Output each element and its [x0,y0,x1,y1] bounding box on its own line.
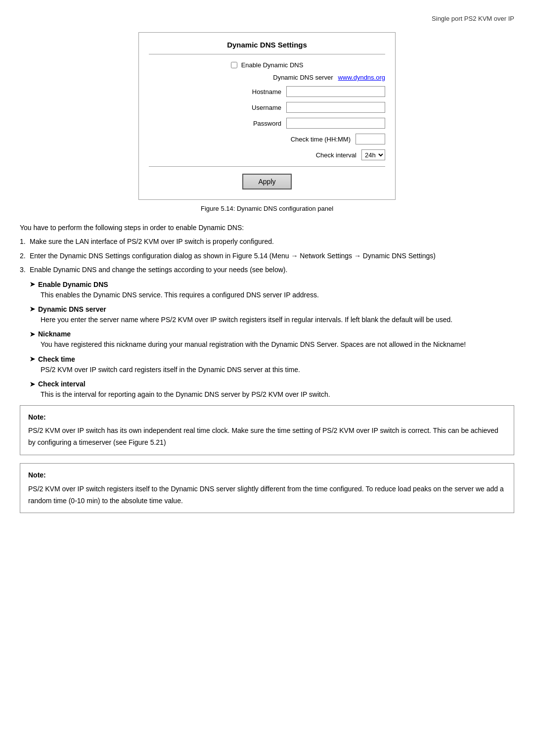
bullet-arrow-icon-5: ➤ [30,380,35,388]
bullet-enable-title: ➤ Enable Dynamic DNS [30,281,514,288]
step-1: 1. Make sure the LAN interface of PS/2 K… [20,236,514,247]
step-1-num: 1. [20,236,30,247]
bullet-nickname-label: Nickname [38,330,71,338]
password-input[interactable] [286,118,385,129]
dns-server-row: Dynamic DNS server www.dyndns.org [149,74,385,81]
bullet-dns-server: ➤ Dynamic DNS server Here you enter the … [30,305,514,325]
panel-title: Dynamic DNS Settings [149,41,385,54]
hostname-input[interactable] [286,86,385,97]
note-2-text: PS/2 KVM over IP switch registers itself… [28,483,506,507]
note-box-1: Note: PS/2 KVM over IP switch has its ow… [20,405,514,455]
bullet-check-time-title: ➤ Check time [30,355,514,363]
bullet-nickname-title: ➤ Nickname [30,330,514,338]
bullet-nickname-desc: You have registered this nickname during… [41,339,514,350]
bullet-arrow-icon-2: ➤ [30,305,35,313]
figure-caption: Figure 5.14: Dynamic DNS configuration p… [20,205,514,212]
bullet-dns-server-label: Dynamic DNS server [38,305,106,313]
step-2-num: 2. [20,250,30,261]
dns-panel: Dynamic DNS Settings Enable Dynamic DNS … [138,32,396,200]
bullet-check-interval-desc: This is the interval for reporting again… [41,389,514,400]
bullet-enable: ➤ Enable Dynamic DNS This enables the Dy… [30,281,514,300]
bullet-nickname: ➤ Nickname You have registered this nick… [30,330,514,350]
hostname-row: Hostname [149,86,385,97]
bullet-check-interval: ➤ Check interval This is the interval fo… [30,380,514,400]
bullet-enable-desc: This enables the Dynamic DNS service. Th… [41,289,514,300]
check-time-row: Check time (HH:MM) [149,134,385,144]
username-label: Username [197,104,281,111]
check-interval-label: Check interval [272,151,356,159]
apply-button[interactable]: Apply [242,174,291,189]
bullet-check-interval-label: Check interval [38,380,86,388]
check-time-label: Check time (HH:MM) [267,136,351,143]
step-3: 3. Enable Dynamic DNS and change the set… [20,264,514,275]
note-box-2: Note: PS/2 KVM over IP switch registers … [20,463,514,513]
step-2-text: Enter the Dynamic DNS Settings configura… [30,250,436,261]
bullet-dns-server-title: ➤ Dynamic DNS server [30,305,514,313]
step-3-num: 3. [20,264,30,275]
note-1-text: PS/2 KVM over IP switch has its own inde… [28,425,506,449]
dns-server-label: Dynamic DNS server [249,74,333,81]
bullet-check-time: ➤ Check time PS/2 KVM over IP switch car… [30,355,514,375]
panel-divider [149,166,385,167]
bullet-list: ➤ Enable Dynamic DNS This enables the Dy… [30,281,514,400]
enable-dns-label: Enable Dynamic DNS [241,61,304,69]
check-interval-select[interactable]: 24h 12h 6h 1h [361,149,385,160]
step-2: 2. Enter the Dynamic DNS Settings config… [20,250,514,261]
hostname-label: Hostname [197,88,281,95]
bullet-check-interval-title: ➤ Check interval [30,380,514,388]
bullet-check-time-desc: PS/2 KVM over IP switch card registers i… [41,364,514,375]
check-time-input[interactable] [356,134,385,144]
username-row: Username [149,102,385,113]
step-1-text: Make sure the LAN interface of PS/2 KVM … [30,236,274,247]
bullet-arrow-icon-3: ➤ [30,331,35,338]
bullet-dns-server-desc: Here you enter the server name where PS/… [41,314,514,325]
bullet-enable-label: Enable Dynamic DNS [38,281,108,288]
bullet-arrow-icon: ➤ [30,281,35,288]
apply-row: Apply [149,174,385,189]
note-1-title: Note: [28,412,506,424]
password-row: Password [149,118,385,129]
password-label: Password [197,120,281,127]
enable-dns-checkbox[interactable] [231,62,237,68]
step-3-text: Enable Dynamic DNS and change the settin… [30,264,287,275]
username-input[interactable] [286,102,385,113]
bullet-check-time-label: Check time [38,355,75,363]
bullet-arrow-icon-4: ➤ [30,355,35,363]
enable-dns-row: Enable Dynamic DNS [149,61,385,69]
steps-list: 1. Make sure the LAN interface of PS/2 K… [20,236,514,275]
dns-server-link[interactable]: www.dyndns.org [338,74,385,81]
page-header: Single port PS2 KVM over IP [20,15,514,22]
note-2-title: Note: [28,470,506,481]
intro-text: You have to perform the following steps … [20,222,514,233]
check-interval-row: Check interval 24h 12h 6h 1h [149,149,385,160]
